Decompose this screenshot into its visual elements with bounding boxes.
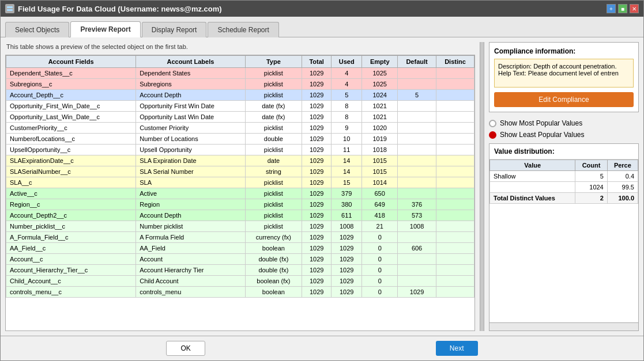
- table-row[interactable]: Child_Account__cChild Accountboolean (fx…: [6, 276, 474, 287]
- table-cell: 10: [332, 134, 362, 145]
- table-cell: Dependent States: [136, 68, 245, 79]
- table-cell: [398, 112, 436, 123]
- table-cell: Subregions: [136, 79, 245, 90]
- table-cell: 1024: [362, 90, 398, 101]
- table-row[interactable]: Region__cRegionpicklist1029380649376: [6, 199, 474, 210]
- table-row[interactable]: Account__cAccountdouble (fx)102910290: [6, 254, 474, 265]
- tab-preview-report[interactable]: Preview Report: [70, 21, 140, 37]
- table-cell: 1029: [302, 243, 332, 254]
- table-cell: Account__c: [6, 254, 136, 265]
- table-cell: 418: [362, 210, 398, 221]
- edit-compliance-button[interactable]: Edit Compliance: [494, 92, 634, 107]
- value-dist-scrollbar[interactable]: [489, 322, 638, 330]
- table-cell: boolean: [245, 287, 302, 298]
- table-cell: double: [245, 134, 302, 145]
- value-dist-table[interactable]: Value Count Perce Shallow50.4102499.5Tot…: [489, 159, 638, 322]
- table-cell: [436, 177, 474, 188]
- minimize-button[interactable]: ■: [618, 4, 627, 13]
- table-cell: 376: [398, 199, 436, 210]
- table-row[interactable]: Account_Depth2__cAccount Depthpicklist10…: [6, 210, 474, 221]
- table-cell: 14: [332, 155, 362, 166]
- table-cell: [436, 134, 474, 145]
- table-cell: [436, 254, 474, 265]
- table-cell: [436, 221, 474, 232]
- table-cell: 1029: [332, 276, 362, 287]
- table-row[interactable]: controls_menu__ccontrols_menuboolean1029…: [6, 287, 474, 298]
- table-cell: 1029: [302, 221, 332, 232]
- table-cell: picklist: [245, 79, 302, 90]
- table-cell: SLA Expiration Date: [136, 155, 245, 166]
- table-cell: date (fx): [245, 101, 302, 112]
- table-row[interactable]: SLAExpirationDate__cSLA Expiration Dated…: [6, 155, 474, 166]
- table-cell: 1019: [362, 134, 398, 145]
- table-cell: 21: [362, 221, 398, 232]
- table-row[interactable]: CustomerPriority__cCustomer Prioritypick…: [6, 123, 474, 134]
- table-cell: 1029: [302, 134, 332, 145]
- table-cell: 1029: [302, 287, 332, 298]
- table-row[interactable]: SLA__cSLApicklist1029151014: [6, 177, 474, 188]
- table-cell: picklist: [245, 210, 302, 221]
- next-button[interactable]: Next: [436, 341, 478, 356]
- info-text: This table shows a preview of the select…: [5, 42, 475, 51]
- plus-button[interactable]: +: [607, 4, 616, 13]
- table-cell: [436, 145, 474, 155]
- col-default: Default: [398, 56, 436, 68]
- table-cell: SLASerialNumber__c: [6, 166, 136, 177]
- table-cell: 0: [362, 287, 398, 298]
- title-controls: + ■ ✕: [607, 4, 639, 13]
- ok-button[interactable]: OK: [166, 341, 205, 356]
- tab-display-report[interactable]: Display Report: [142, 22, 207, 37]
- table-cell: [436, 232, 474, 243]
- tabs-bar: Select Objects Preview Report Display Re…: [1, 17, 643, 37]
- table-row[interactable]: AA_Field__cAA_Fieldboolean102910290606: [6, 243, 474, 254]
- table-cell: [398, 232, 436, 243]
- table-cell: SLA__c: [6, 177, 136, 188]
- table-cell: AA_Field: [136, 243, 245, 254]
- table-row[interactable]: Account_Hierarchy_Tier__cAccount Hierarc…: [6, 265, 474, 276]
- table-cell: 380: [332, 199, 362, 210]
- radio-least-popular[interactable]: Show Least Popular Values: [489, 131, 639, 139]
- table-row[interactable]: Subregions__cSubregionspicklist102941025: [6, 79, 474, 90]
- close-button[interactable]: ✕: [630, 4, 639, 13]
- table-cell: 1029: [302, 68, 332, 79]
- tab-select-objects[interactable]: Select Objects: [5, 22, 69, 37]
- table-cell: [436, 166, 474, 177]
- table-cell: [436, 243, 474, 254]
- table-cell: [398, 123, 436, 134]
- data-table-container[interactable]: Account Fields Account Labels Type Total…: [5, 55, 475, 331]
- table-cell: [436, 276, 474, 287]
- table-row[interactable]: Account_Depth__cAccount Depthpicklist102…: [6, 90, 474, 101]
- table-cell: 1029: [302, 79, 332, 90]
- radio-most-popular-label: Show Most Popular Values: [500, 119, 582, 127]
- table-row[interactable]: A_Formula_Field__cA Formula Fieldcurrenc…: [6, 232, 474, 243]
- col-total: Total: [302, 56, 332, 68]
- tab-schedule-report[interactable]: Schedule Report: [208, 22, 278, 37]
- radio-most-popular[interactable]: Show Most Popular Values: [489, 119, 639, 127]
- table-row[interactable]: Dependent_States__cDependent Statespickl…: [6, 68, 474, 79]
- table-cell: [436, 155, 474, 166]
- table-cell: 1029: [302, 90, 332, 101]
- table-cell: UpsellOpportunity__c: [6, 145, 136, 155]
- table-cell: [436, 123, 474, 134]
- table-row[interactable]: Opportunity_Last_Win_Date__cOpportunity …: [6, 112, 474, 123]
- table-cell: 1029: [302, 265, 332, 276]
- table-cell: 1008: [332, 221, 362, 232]
- table-cell: [436, 265, 474, 276]
- data-table: Account Fields Account Labels Type Total…: [6, 55, 474, 298]
- table-row[interactable]: Active__cActivepicklist1029379650: [6, 188, 474, 199]
- table-cell: double (fx): [245, 265, 302, 276]
- resize-handle[interactable]: [480, 42, 484, 331]
- col-distinct: Distinc: [436, 56, 474, 68]
- table-row[interactable]: UpsellOpportunity__cUpsell Opportunitypi…: [6, 145, 474, 155]
- table-cell: [436, 210, 474, 221]
- table-cell: Active: [136, 188, 245, 199]
- table-row[interactable]: SLASerialNumber__cSLA Serial Numberstrin…: [6, 166, 474, 177]
- table-cell: [436, 112, 474, 123]
- table-cell: Account Depth: [136, 90, 245, 101]
- table-row[interactable]: Number_picklist__cNumber picklistpicklis…: [6, 221, 474, 232]
- table-cell: [398, 79, 436, 90]
- table-cell: 5: [398, 90, 436, 101]
- table-row[interactable]: NumberofLocations__cNumber of Locationsd…: [6, 134, 474, 145]
- table-row[interactable]: Opportunity_First_Win_Date__cOpportunity…: [6, 101, 474, 112]
- compliance-title: Compliance information:: [494, 47, 634, 55]
